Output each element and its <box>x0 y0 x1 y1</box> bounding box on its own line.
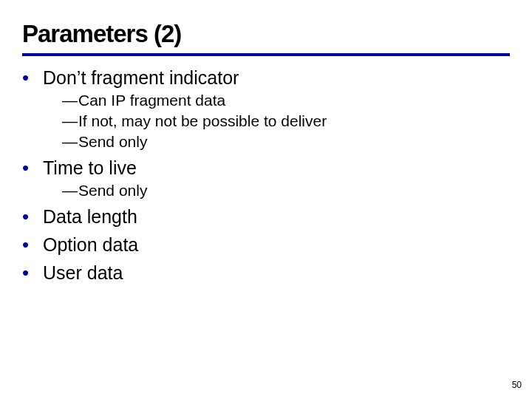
bullet-level1: • User data <box>22 262 510 284</box>
bullet-level1: • Data length <box>22 205 510 228</box>
bullet-dot-icon: • <box>22 157 43 179</box>
bullet-dot-icon: • <box>22 66 43 89</box>
bullet-level2: — Send only <box>62 181 510 200</box>
bullet-text: Data length <box>43 205 137 228</box>
sub-bullet-text: Send only <box>78 181 147 200</box>
page-number: 50 <box>512 380 522 390</box>
bullet-text: Don’t fragment indicator <box>43 66 239 89</box>
slide-body: • Don’t fragment indicator — Can IP frag… <box>22 61 510 284</box>
title-underline <box>22 53 510 56</box>
bullet-text: User data <box>43 262 123 284</box>
bullet-dot-icon: • <box>22 233 43 256</box>
bullet-level1: • Option data <box>22 233 510 256</box>
slide-title: Parameters (2) <box>22 21 181 47</box>
bullet-level1: • Don’t fragment indicator <box>22 66 510 89</box>
sub-bullet-text: If not, may not be possible to deliver <box>78 112 327 130</box>
bullet-level1: • Time to live <box>22 157 510 179</box>
sub-bullet-text: Can IP fragment data <box>78 91 225 109</box>
em-dash-icon: — <box>62 132 78 151</box>
em-dash-icon: — <box>62 181 78 200</box>
bullet-level2: — If not, may not be possible to deliver <box>62 112 510 130</box>
bullet-dot-icon: • <box>22 205 43 228</box>
bullet-level2: — Send only <box>62 132 510 151</box>
bullet-text: Time to live <box>43 157 137 179</box>
bullet-text: Option data <box>43 233 138 256</box>
em-dash-icon: — <box>62 112 78 130</box>
bullet-dot-icon: • <box>22 262 43 284</box>
sub-bullet-text: Send only <box>78 132 147 151</box>
slide: Parameters (2) • Don’t fragment indicato… <box>0 0 532 399</box>
bullet-level2: — Can IP fragment data <box>62 91 510 109</box>
sub-bullet-group: — Can IP fragment data — If not, may not… <box>62 91 510 151</box>
em-dash-icon: — <box>62 91 78 109</box>
sub-bullet-group: — Send only <box>62 181 510 200</box>
